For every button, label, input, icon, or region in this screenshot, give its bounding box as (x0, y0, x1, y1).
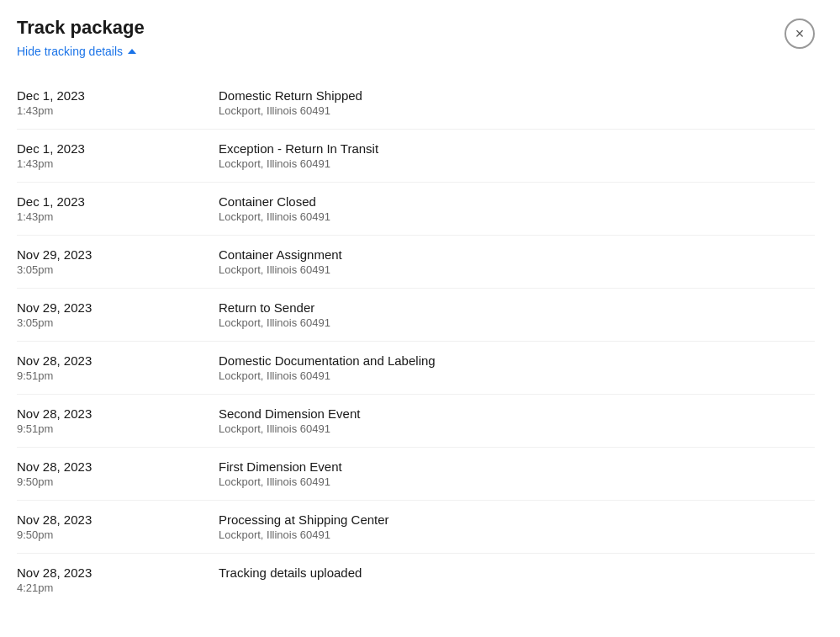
panel-title: Track package (17, 17, 145, 39)
event-location: Lockport, Illinois 60491 (219, 263, 815, 276)
tracking-row: Nov 28, 2023 9:51pm Domestic Documentati… (17, 342, 815, 395)
date-column: Nov 28, 2023 9:51pm (17, 406, 219, 435)
event-column: Processing at Shipping Center Lockport, … (219, 512, 815, 541)
tracking-row: Nov 28, 2023 9:50pm First Dimension Even… (17, 448, 815, 501)
event-date: Nov 29, 2023 (17, 300, 219, 315)
tracking-row: Nov 28, 2023 9:51pm Second Dimension Eve… (17, 395, 815, 448)
tracking-row: Dec 1, 2023 1:43pm Container Closed Lock… (17, 183, 815, 236)
event-name: Domestic Documentation and Labeling (219, 353, 815, 368)
date-column: Nov 28, 2023 9:50pm (17, 512, 219, 541)
date-column: Dec 1, 2023 1:43pm (17, 194, 219, 223)
event-column: Container Closed Lockport, Illinois 6049… (219, 194, 815, 223)
hide-tracking-label: Hide tracking details (17, 45, 123, 58)
event-date: Dec 1, 2023 (17, 194, 219, 209)
event-column: First Dimension Event Lockport, Illinois… (219, 459, 815, 488)
tracking-row: Nov 29, 2023 3:05pm Return to Sender Loc… (17, 289, 815, 342)
event-location: Lockport, Illinois 60491 (219, 157, 815, 170)
event-date: Nov 28, 2023 (17, 406, 219, 421)
event-time: 1:43pm (17, 104, 219, 117)
close-icon: × (795, 25, 805, 43)
event-location: Lockport, Illinois 60491 (219, 528, 815, 541)
event-column: Exception - Return In Transit Lockport, … (219, 141, 815, 170)
event-time: 3:05pm (17, 263, 219, 276)
event-column: Second Dimension Event Lockport, Illinoi… (219, 406, 815, 435)
event-time: 9:50pm (17, 475, 219, 488)
event-column: Tracking details uploaded (219, 565, 815, 580)
event-name: Container Closed (219, 194, 815, 209)
event-location: Lockport, Illinois 60491 (219, 316, 815, 329)
event-time: 9:50pm (17, 528, 219, 541)
event-location: Lockport, Illinois 60491 (219, 422, 815, 435)
event-time: 9:51pm (17, 369, 219, 382)
event-location: Lockport, Illinois 60491 (219, 104, 815, 117)
tracking-table: Dec 1, 2023 1:43pm Domestic Return Shipp… (17, 77, 815, 606)
event-name: Container Assignment (219, 247, 815, 262)
hide-tracking-link[interactable]: Hide tracking details (17, 45, 136, 58)
event-date: Nov 28, 2023 (17, 353, 219, 368)
tracking-row: Dec 1, 2023 1:43pm Domestic Return Shipp… (17, 77, 815, 130)
event-column: Domestic Documentation and Labeling Lock… (219, 353, 815, 382)
title-area: Track package Hide tracking details (17, 17, 145, 73)
event-date: Dec 1, 2023 (17, 141, 219, 156)
tracking-row: Nov 28, 2023 4:21pm Tracking details upl… (17, 554, 815, 606)
event-name: Domestic Return Shipped (219, 88, 815, 103)
close-button[interactable]: × (785, 19, 815, 49)
event-date: Nov 29, 2023 (17, 247, 219, 262)
event-date: Nov 28, 2023 (17, 565, 219, 580)
date-column: Nov 29, 2023 3:05pm (17, 247, 219, 276)
chevron-up-icon (128, 49, 136, 54)
date-column: Nov 28, 2023 9:51pm (17, 353, 219, 382)
event-column: Container Assignment Lockport, Illinois … (219, 247, 815, 276)
event-location: Lockport, Illinois 60491 (219, 475, 815, 488)
track-package-panel: Track package Hide tracking details × De… (0, 0, 840, 637)
event-time: 4:21pm (17, 581, 219, 594)
event-date: Nov 28, 2023 (17, 459, 219, 474)
tracking-row: Dec 1, 2023 1:43pm Exception - Return In… (17, 130, 815, 183)
event-time: 1:43pm (17, 210, 219, 223)
date-column: Nov 28, 2023 9:50pm (17, 459, 219, 488)
date-column: Dec 1, 2023 1:43pm (17, 141, 219, 170)
date-column: Nov 28, 2023 4:21pm (17, 565, 219, 594)
event-location: Lockport, Illinois 60491 (219, 210, 815, 223)
event-time: 1:43pm (17, 157, 219, 170)
event-date: Dec 1, 2023 (17, 88, 219, 103)
tracking-row: Nov 28, 2023 9:50pm Processing at Shippi… (17, 501, 815, 554)
event-time: 9:51pm (17, 422, 219, 435)
event-name: Return to Sender (219, 300, 815, 315)
panel-header: Track package Hide tracking details × (17, 17, 815, 73)
event-location: Lockport, Illinois 60491 (219, 369, 815, 382)
event-name: Processing at Shipping Center (219, 512, 815, 527)
event-date: Nov 28, 2023 (17, 512, 219, 527)
date-column: Nov 29, 2023 3:05pm (17, 300, 219, 329)
event-column: Return to Sender Lockport, Illinois 6049… (219, 300, 815, 329)
event-name: First Dimension Event (219, 459, 815, 474)
event-name: Second Dimension Event (219, 406, 815, 421)
event-name: Exception - Return In Transit (219, 141, 815, 156)
event-time: 3:05pm (17, 316, 219, 329)
event-name: Tracking details uploaded (219, 565, 815, 580)
tracking-row: Nov 29, 2023 3:05pm Container Assignment… (17, 236, 815, 289)
event-column: Domestic Return Shipped Lockport, Illino… (219, 88, 815, 117)
date-column: Dec 1, 2023 1:43pm (17, 88, 219, 117)
